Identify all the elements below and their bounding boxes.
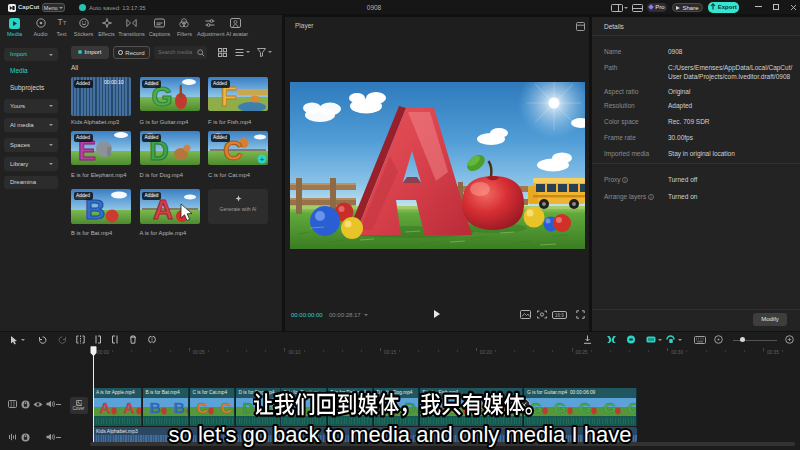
svg-text:+: + — [260, 155, 265, 164]
svg-text:A: A — [123, 399, 134, 416]
svg-text:B: B — [173, 399, 184, 416]
svg-text:G: G — [628, 399, 637, 416]
svg-text:A: A — [99, 399, 110, 416]
svg-text:D: D — [242, 399, 253, 416]
svg-text:G: G — [604, 399, 616, 416]
svg-text:G: G — [579, 399, 591, 416]
svg-text:C: C — [220, 399, 231, 416]
svg-text:C: C — [196, 399, 207, 416]
svg-text:G: G — [554, 399, 566, 416]
svg-text:B: B — [149, 399, 160, 416]
svg-text:so let's go back to media and: so let's go back to media and only media… — [169, 422, 632, 447]
